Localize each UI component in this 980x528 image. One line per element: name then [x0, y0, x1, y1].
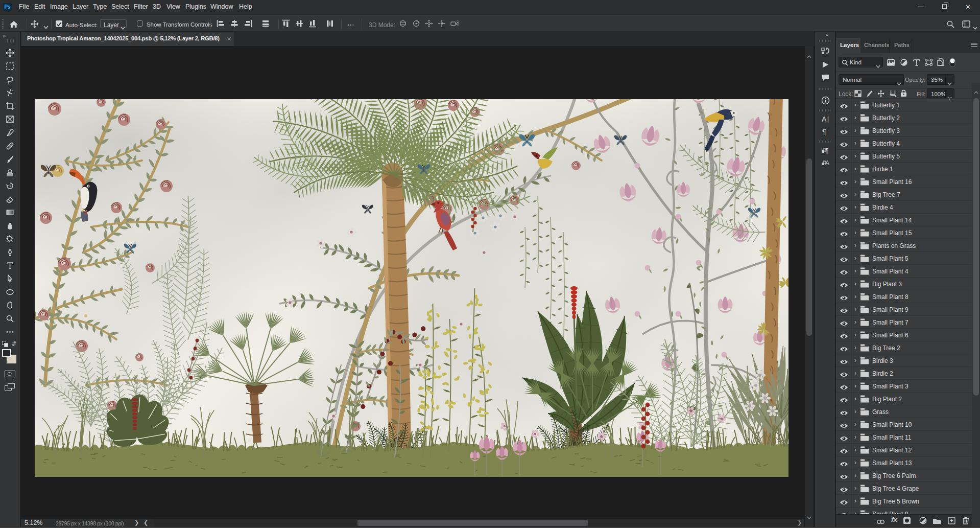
svg-text:¶: ¶: [822, 128, 826, 136]
svg-text:A: A: [822, 115, 827, 123]
svg-text:A: A: [825, 159, 829, 167]
svg-text:¶: ¶: [825, 147, 828, 154]
